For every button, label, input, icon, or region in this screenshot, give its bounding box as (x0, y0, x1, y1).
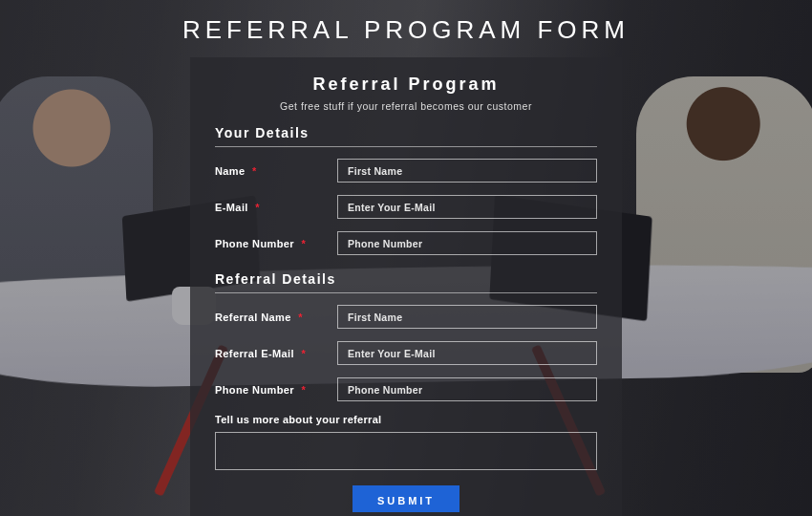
label-email: E-Mail * (215, 202, 324, 213)
row-referral-email: Referral E-Mail * (215, 341, 597, 365)
referral-textarea[interactable] (215, 432, 597, 470)
label-text: Phone Number (215, 384, 294, 396)
card-subtitle: Get free stuff if your referral becomes … (215, 100, 597, 112)
required-marker: * (255, 202, 260, 213)
row-referral-name: Referral Name * (215, 305, 597, 329)
label-name: Name * (215, 165, 324, 177)
form-card: Referral Program Get free stuff if your … (190, 57, 622, 516)
row-name: Name * (215, 159, 597, 183)
submit-wrap: SUBMIT (215, 485, 597, 512)
required-marker: * (302, 384, 307, 396)
label-referral-name: Referral Name * (215, 312, 324, 323)
referral-email-input[interactable] (337, 341, 597, 365)
label-referral-phone: Phone Number * (215, 384, 324, 396)
page-title: REFERRAL PROGRAM FORM (0, 15, 812, 45)
referral-phone-input[interactable] (337, 377, 597, 401)
required-marker: * (302, 348, 307, 359)
label-text: Referral E-Mail (215, 348, 294, 359)
row-email: E-Mail * (215, 195, 597, 219)
label-text: E-Mail (215, 202, 248, 213)
label-referral-textarea: Tell us more about your referral (215, 414, 597, 425)
row-referral-phone: Phone Number * (215, 377, 597, 401)
phone-input[interactable] (337, 231, 597, 255)
label-text: Phone Number (215, 238, 294, 249)
submit-button[interactable]: SUBMIT (353, 485, 459, 512)
label-text: Referral Name (215, 312, 291, 323)
label-text: Name (215, 165, 246, 177)
card-title: Referral Program (215, 75, 597, 95)
email-input[interactable] (337, 195, 597, 219)
required-marker: * (302, 238, 307, 249)
section-title-referral-details: Referral Details (215, 271, 597, 293)
row-phone: Phone Number * (215, 231, 597, 255)
section-title-your-details: Your Details (215, 125, 597, 147)
label-referral-email: Referral E-Mail * (215, 348, 324, 359)
name-input[interactable] (337, 159, 597, 183)
label-phone: Phone Number * (215, 238, 324, 249)
required-marker: * (252, 165, 257, 177)
required-marker: * (298, 312, 303, 323)
referral-name-input[interactable] (337, 305, 597, 329)
